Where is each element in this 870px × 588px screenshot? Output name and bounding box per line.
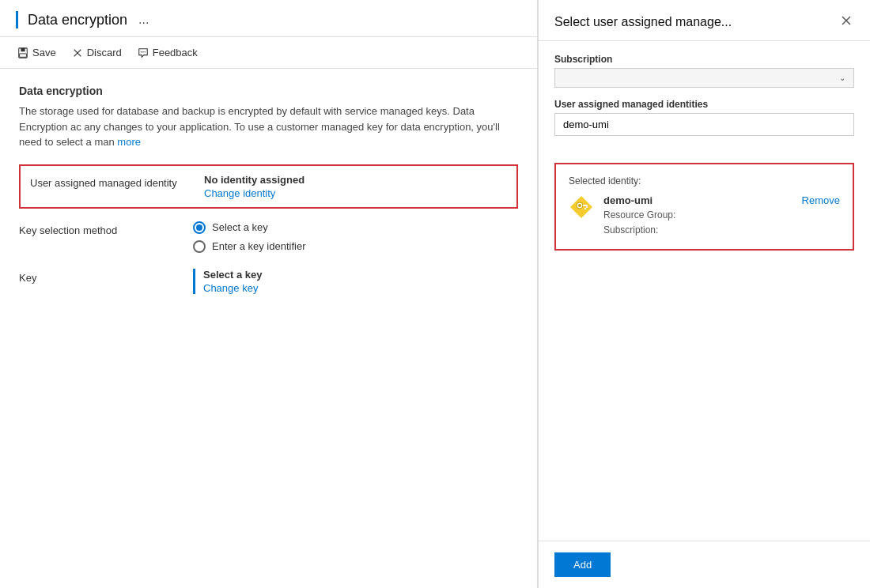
side-panel-footer: Add bbox=[539, 541, 870, 588]
discard-button[interactable]: Discard bbox=[70, 43, 123, 62]
save-icon bbox=[17, 47, 28, 58]
save-button[interactable]: Save bbox=[16, 43, 58, 62]
svg-rect-1 bbox=[21, 47, 25, 51]
selected-identity-label: Selected identity: bbox=[569, 175, 840, 187]
feedback-icon bbox=[138, 47, 149, 58]
key-selection-row: Key selection method Select a key Enter … bbox=[19, 213, 518, 261]
radio-select-key[interactable]: Select a key bbox=[193, 221, 518, 234]
identity-card: demo-umi Resource Group: Subscription: R… bbox=[569, 194, 840, 238]
page-title-bar: Data encryption ... bbox=[16, 11, 153, 28]
identities-search-input[interactable] bbox=[554, 113, 854, 136]
svg-point-6 bbox=[142, 51, 143, 51]
identity-meta: Resource Group: Subscription: bbox=[603, 208, 792, 238]
change-identity-link[interactable]: Change identity bbox=[204, 187, 507, 199]
key-value-box: Select a key Change key bbox=[193, 269, 518, 294]
add-button[interactable]: Add bbox=[554, 552, 611, 577]
svg-point-5 bbox=[141, 51, 142, 51]
more-link[interactable]: more bbox=[117, 136, 141, 148]
svg-point-7 bbox=[144, 51, 145, 51]
key-value: Select a key Change key bbox=[193, 269, 518, 294]
key-selection-value: Select a key Enter a key identifier bbox=[193, 221, 518, 253]
main-panel: Data encryption ... Save Discard bbox=[0, 0, 538, 588]
key-value-label: Select a key bbox=[203, 269, 518, 281]
identity-name: demo-umi bbox=[603, 194, 792, 206]
identity-value: No identity assigned Change identity bbox=[204, 174, 507, 199]
radio-circle-unselected bbox=[193, 240, 206, 253]
discard-icon bbox=[72, 47, 83, 58]
identity-details: demo-umi Resource Group: Subscription: bbox=[603, 194, 792, 238]
managed-identity-icon bbox=[569, 194, 594, 220]
page-title: Data encryption bbox=[28, 12, 127, 28]
svg-rect-14 bbox=[586, 206, 588, 208]
key-label: Key bbox=[19, 269, 193, 284]
side-panel-title: Select user assigned manage... bbox=[554, 15, 732, 29]
side-panel-content: Subscription ⌄ User assigned managed ide… bbox=[539, 41, 870, 541]
identity-label: User assigned managed identity bbox=[30, 174, 204, 189]
subscription-field-label: Subscription bbox=[554, 54, 854, 65]
content-area: Data encryption The storage used for dat… bbox=[0, 69, 537, 588]
remove-link[interactable]: Remove bbox=[802, 194, 840, 206]
svg-point-12 bbox=[578, 204, 581, 207]
close-button[interactable] bbox=[838, 13, 854, 31]
ellipsis-button[interactable]: ... bbox=[134, 11, 153, 28]
key-selection-label: Key selection method bbox=[19, 221, 193, 236]
subscription-dropdown[interactable]: ⌄ bbox=[554, 68, 854, 88]
radio-group: Select a key Enter a key identifier bbox=[193, 221, 518, 253]
no-identity-text: No identity assigned bbox=[204, 174, 507, 186]
change-key-link[interactable]: Change key bbox=[203, 282, 518, 294]
selected-identity-box: Selected identity: de bbox=[554, 163, 854, 251]
user-identity-row: User assigned managed identity No identi… bbox=[19, 164, 518, 209]
toolbar: Save Discard Feedback bbox=[0, 37, 537, 69]
feedback-button[interactable]: Feedback bbox=[136, 43, 199, 62]
key-row: Key Select a key Change key bbox=[19, 261, 518, 302]
svg-rect-15 bbox=[584, 208, 586, 209]
side-panel: Select user assigned manage... Subscript… bbox=[538, 0, 870, 588]
subscription-detail-label: Subscription: bbox=[603, 224, 658, 236]
identity-icon bbox=[569, 194, 594, 220]
identities-field-label: User assigned managed identities bbox=[554, 99, 854, 110]
section-title: Data encryption bbox=[19, 85, 518, 97]
description-text: The storage used for database and backup… bbox=[19, 104, 518, 150]
svg-rect-13 bbox=[583, 205, 588, 206]
chevron-down-icon: ⌄ bbox=[839, 74, 845, 82]
page-header: Data encryption ... bbox=[0, 0, 537, 37]
title-accent-bar bbox=[16, 11, 18, 28]
resource-group-label: Resource Group: bbox=[603, 209, 675, 220]
svg-rect-2 bbox=[20, 53, 27, 56]
radio-enter-identifier[interactable]: Enter a key identifier bbox=[193, 240, 518, 253]
radio-circle-selected bbox=[193, 221, 206, 234]
side-panel-header: Select user assigned manage... bbox=[539, 0, 870, 41]
close-icon bbox=[840, 14, 853, 27]
